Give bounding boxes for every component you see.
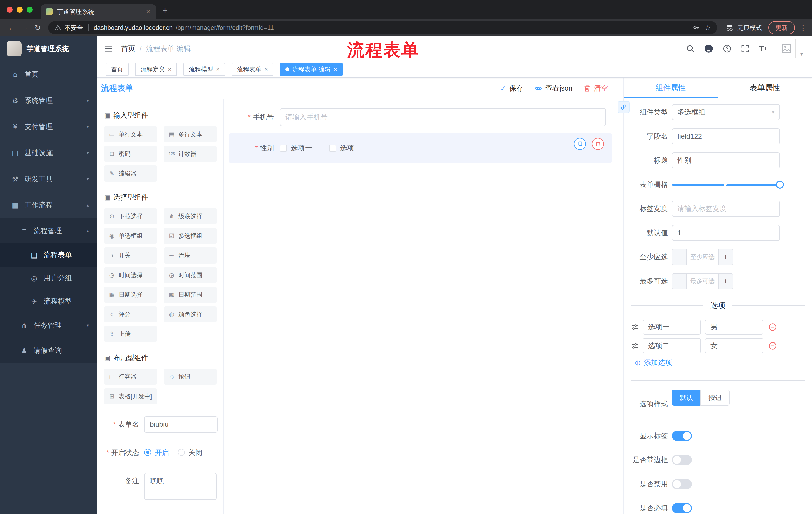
tag-process-form-edit[interactable]: 流程表单-编辑 × <box>280 63 343 76</box>
tab-component-props[interactable]: 组件属性 <box>624 78 718 98</box>
sidebar-item-workflow[interactable]: ▦ 工作流程 ▴ <box>0 192 97 218</box>
view-json-button[interactable]: 查看json <box>534 83 572 93</box>
component-counter[interactable]: 123计数器 <box>164 146 216 162</box>
link-icon[interactable] <box>617 101 630 113</box>
browser-tab[interactable]: 芋道管理系统 × <box>41 4 156 19</box>
copy-widget-button[interactable] <box>574 138 586 150</box>
address-bar[interactable]: 不安全 dashboard.yudao.iocoder.cn/bpm/manag… <box>48 21 717 34</box>
component-rate[interactable]: ☆评分 <box>104 306 157 322</box>
remove-option-button[interactable] <box>768 323 777 331</box>
checkbox-icon[interactable] <box>329 144 336 152</box>
minus-button[interactable]: − <box>672 249 687 265</box>
component-single-line-text[interactable]: ▭单行文本 <box>104 126 157 142</box>
window-close-button[interactable] <box>6 6 12 12</box>
component-switch[interactable]: ◑开关 <box>104 247 157 264</box>
component-type-select[interactable]: 多选框组 ▾ <box>672 104 780 120</box>
add-option-button[interactable]: ⊕ 添加选项 <box>635 358 780 368</box>
form-remark-textarea[interactable]: 嘿嘿 <box>144 473 216 500</box>
help-icon[interactable] <box>723 44 731 53</box>
gender-option-2[interactable]: 选项二 <box>329 143 361 153</box>
font-size-icon[interactable]: TT <box>759 44 767 53</box>
component-table[interactable]: ⊞表格[开发中] <box>104 388 157 404</box>
component-button[interactable]: ◇按钮 <box>164 369 216 385</box>
close-icon[interactable]: × <box>264 66 268 73</box>
window-zoom-button[interactable] <box>27 6 33 12</box>
search-icon[interactable] <box>686 44 695 53</box>
title-input[interactable] <box>672 153 780 168</box>
github-icon[interactable] <box>704 44 713 53</box>
gender-option-1[interactable]: 选项一 <box>280 143 312 153</box>
default-value-input[interactable] <box>672 225 780 241</box>
option-value-input[interactable] <box>705 320 763 335</box>
plus-button[interactable]: + <box>718 249 733 265</box>
tag-process-form[interactable]: 流程表单 × <box>232 63 273 76</box>
style-button-button[interactable]: 按钮 <box>700 389 730 406</box>
tag-home[interactable]: 首页 <box>106 63 128 76</box>
border-switch[interactable] <box>672 455 692 465</box>
component-date-picker[interactable]: ▦日期选择 <box>104 287 157 303</box>
close-icon[interactable]: × <box>168 66 171 73</box>
save-button[interactable]: ✓ 保存 <box>500 83 523 93</box>
close-icon[interactable]: × <box>216 66 220 73</box>
tab-form-props[interactable]: 表单属性 <box>718 78 812 98</box>
close-icon[interactable]: × <box>334 66 337 73</box>
option-label-input[interactable] <box>643 320 701 335</box>
sidebar-item-payment[interactable]: ¥ 支付管理 ▾ <box>0 114 97 140</box>
sidebar-item-infrastructure[interactable]: ▤ 基础设施 ▾ <box>0 140 97 166</box>
status-radio-on[interactable]: 开启 <box>144 444 169 461</box>
component-time-picker[interactable]: ◷时间选择 <box>104 267 157 283</box>
drag-handle-icon[interactable] <box>631 323 639 331</box>
show-label-switch[interactable] <box>672 431 692 441</box>
component-upload[interactable]: ⇪上传 <box>104 326 157 342</box>
forward-icon[interactable]: → <box>18 21 31 34</box>
component-slider[interactable]: ⊸滑块 <box>164 247 216 264</box>
option-value-input[interactable] <box>705 338 763 353</box>
app-logo[interactable]: 芋道管理系统 <box>0 36 97 61</box>
disabled-switch[interactable] <box>672 479 692 489</box>
bookmark-star-icon[interactable]: ☆ <box>705 24 711 32</box>
browser-menu-icon[interactable]: ⋮ <box>800 23 807 32</box>
status-radio-off[interactable]: 关闭 <box>178 444 203 461</box>
component-cascader[interactable]: ⋔级联选择 <box>164 208 216 224</box>
component-password[interactable]: ⊡密码 <box>104 146 157 162</box>
style-default-button[interactable]: 默认 <box>672 389 700 406</box>
new-tab-button[interactable]: + <box>162 5 168 16</box>
sidebar-item-process-form[interactable]: ▤ 流程表单 <box>0 243 97 267</box>
sidebar-item-process-manage[interactable]: ≡ 流程管理 ▴ <box>0 218 97 243</box>
sidebar-item-system[interactable]: ⚙ 系统管理 ▾ <box>0 87 97 114</box>
max-select-input[interactable] <box>687 274 718 289</box>
label-width-input[interactable] <box>672 201 780 217</box>
option-label-input[interactable] <box>643 338 701 353</box>
sidebar-item-task-manage[interactable]: ⋔ 任务管理 ▾ <box>0 313 97 338</box>
component-textarea[interactable]: ▤多行文本 <box>164 126 216 142</box>
field-phone[interactable]: 手机号 <box>229 108 612 126</box>
component-color-picker[interactable]: ◍颜色选择 <box>164 306 216 322</box>
breadcrumb-home[interactable]: 首页 <box>121 44 135 53</box>
delete-widget-button[interactable] <box>592 138 604 150</box>
component-select[interactable]: ⊙下拉选择 <box>104 208 157 224</box>
min-select-input[interactable] <box>687 249 718 265</box>
clear-button[interactable]: 清空 <box>583 83 608 93</box>
component-date-range[interactable]: ▩日期范围 <box>164 287 216 303</box>
chevron-down-icon[interactable]: ▾ <box>801 51 803 58</box>
sidebar-item-home[interactable]: ⌂ 首页 <box>0 61 97 87</box>
key-icon[interactable] <box>693 24 700 31</box>
component-row-container[interactable]: ▢行容器 <box>104 369 157 385</box>
tab-close-icon[interactable]: × <box>145 7 151 16</box>
remove-option-button[interactable] <box>768 342 777 350</box>
component-checkbox-group[interactable]: ☑多选框组 <box>164 228 216 244</box>
checkbox-icon[interactable] <box>280 144 287 152</box>
sidebar-item-devtools[interactable]: ⚒ 研发工具 ▾ <box>0 166 97 192</box>
sidebar-collapse-icon[interactable] <box>104 44 113 53</box>
sidebar-item-process-model[interactable]: ✈ 流程模型 <box>0 290 97 313</box>
component-time-range[interactable]: ◶时间范围 <box>164 267 216 283</box>
phone-input[interactable] <box>280 108 606 126</box>
tag-process-definition[interactable]: 流程定义 × <box>135 63 177 76</box>
fullscreen-icon[interactable] <box>741 44 749 53</box>
component-radio-group[interactable]: ◉单选框组 <box>104 228 157 244</box>
back-icon[interactable]: ← <box>5 21 18 34</box>
slider-handle[interactable] <box>776 181 784 189</box>
form-name-input[interactable] <box>144 416 218 433</box>
field-name-input[interactable] <box>672 128 780 144</box>
sidebar-item-leave-query[interactable]: ♟ 请假查询 <box>0 338 97 363</box>
